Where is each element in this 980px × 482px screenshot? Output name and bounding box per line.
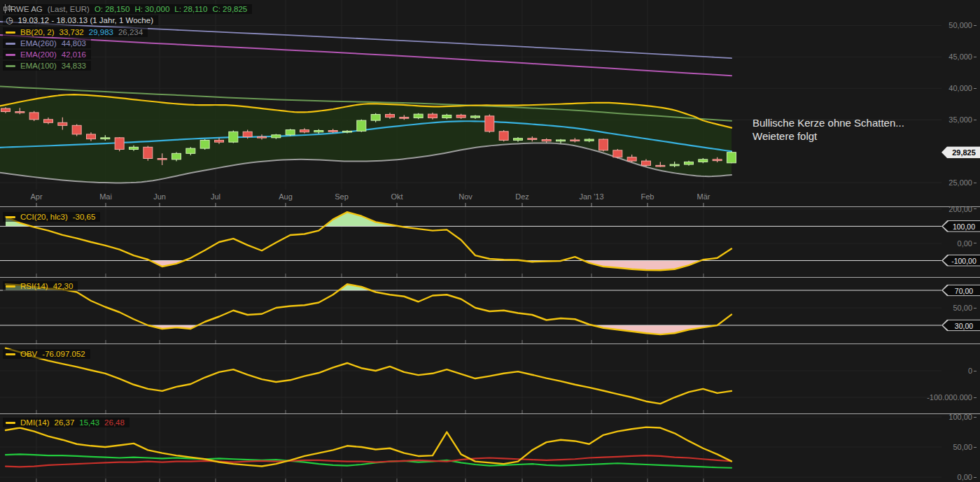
- chart-annotation[interactable]: Bullische Kerze ohne Schatten... Weieter…: [752, 116, 904, 143]
- candle-body-down: [43, 120, 52, 122]
- ema200-legend[interactable]: EMA(200) 42,016: [3, 50, 91, 59]
- month-label: Mär: [697, 192, 710, 201]
- cci-name: CCI(20, hlc3): [20, 213, 68, 221]
- candle-body-down: [528, 139, 537, 140]
- month-label: Nov: [458, 192, 472, 201]
- candle-body-down: [257, 136, 266, 138]
- threshold-badge: 100,00: [941, 220, 980, 232]
- cci-legend[interactable]: CCI(20, hlc3) -30,65: [3, 212, 100, 222]
- candle-body-up: [371, 115, 380, 121]
- candle-body-up: [229, 132, 238, 142]
- candle-body-up: [272, 135, 281, 138]
- month-label: Apr: [30, 192, 42, 201]
- candle-body-up: [186, 148, 195, 153]
- candle-body-down: [613, 150, 622, 157]
- candle-body-down: [243, 132, 252, 136]
- bb-name: BB(20, 2): [20, 28, 55, 36]
- candle-body-down: [158, 159, 167, 160]
- candle-body-down: [627, 157, 636, 161]
- cci-value: -30,65: [73, 213, 96, 221]
- ohlc-close: C: 29,825: [212, 5, 247, 13]
- bb-color-dash: [6, 31, 15, 34]
- bb-legend[interactable]: BB(20, 2) 33,732 29,983 26,234: [3, 27, 148, 37]
- candle-body-up: [314, 131, 323, 132]
- candle-body-down: [598, 139, 608, 150]
- month-label: Mai: [99, 192, 112, 201]
- clock-icon: ◷: [6, 16, 13, 24]
- time-axis[interactable]: AprMaiJunJulAugSepOktNovDezJan '13FebMär: [0, 192, 980, 205]
- obv-line: [6, 348, 732, 404]
- dmi-color-dash: [6, 422, 15, 424]
- dmi-adx-value: 26,37: [55, 418, 75, 427]
- date-range-label: 19.03.12 - 18.03.13 (1 Jahr, 1 Woche): [18, 16, 153, 24]
- ema260-name: EMA(260): [20, 39, 57, 48]
- candle-body-down: [72, 125, 81, 134]
- candle-body-down: [115, 138, 124, 150]
- date-range-legend[interactable]: ◷ 19.03.12 - 18.03.13 (1 Jahr, 1 Woche): [3, 15, 158, 25]
- obv-name: OBV: [20, 350, 37, 358]
- candle-body-down: [144, 147, 153, 158]
- month-label: Jul: [211, 192, 220, 201]
- ema260-legend[interactable]: EMA(260) 44,803: [3, 38, 91, 48]
- y-axis-label: 100,00: [948, 413, 976, 421]
- month-label: Jun: [153, 192, 166, 201]
- y-axis-label: 50,000: [948, 21, 976, 29]
- symbol-legend[interactable]: RWE AG (Last, EUR) O: 28,150 H: 30,000 L…: [3, 4, 252, 14]
- candle-body-up: [101, 138, 110, 139]
- ohlc-open: O: 28,150: [94, 5, 130, 13]
- candle-body-up: [414, 114, 423, 118]
- rsi-name: RSI(14): [20, 282, 48, 290]
- y-axis-label: 50,00: [953, 443, 976, 451]
- annotation-line-1: Bullische Kerze ohne Schatten...: [752, 116, 904, 129]
- ema200-name: EMA(200): [20, 50, 57, 59]
- ema100-legend[interactable]: EMA(100) 34,833: [3, 61, 91, 71]
- rsi-legend[interactable]: RSI(14) 42,30: [3, 281, 78, 291]
- candle-body-down: [570, 140, 580, 141]
- y-axis-label: 50,00: [953, 304, 976, 312]
- candle-body-up: [357, 120, 366, 131]
- candle-body-up: [172, 153, 181, 160]
- month-label: Feb: [641, 192, 654, 201]
- dmi-name: DMI(14): [20, 418, 50, 427]
- rsi-below-fill: [593, 325, 718, 334]
- candle-body-down: [1, 108, 10, 111]
- annotation-line-2: Weietere folgt: [752, 129, 904, 143]
- candle-body-down: [328, 131, 337, 132]
- candle-body-up: [584, 139, 594, 141]
- y-axis-label: 0,00: [958, 473, 976, 481]
- dmi-minus-di-value: 26,48: [104, 418, 125, 427]
- obv-color-dash: [6, 353, 15, 355]
- obv-legend[interactable]: OBV -76.097.052: [3, 349, 90, 359]
- y-axis-label: 40,000: [948, 84, 976, 92]
- candle-body-down: [713, 160, 722, 161]
- obv-value: -76.097.052: [42, 350, 85, 358]
- candle-body-down: [300, 130, 309, 132]
- series-type-label: (Last, EUR): [48, 5, 90, 13]
- candle-body-up: [556, 140, 565, 141]
- chart-canvas[interactable]: [0, 0, 980, 482]
- ema100-color-dash: [6, 65, 15, 67]
- ohlc-low: L: 28,110: [174, 5, 207, 13]
- candle-body-up: [470, 116, 479, 118]
- threshold-badge: -100,00: [941, 255, 980, 267]
- candle-body-up: [727, 153, 736, 163]
- candle-body-down: [656, 165, 665, 166]
- ema260-color-dash: [6, 43, 15, 45]
- candle-body-down: [86, 134, 95, 139]
- y-axis-label: -100.000.000: [927, 393, 976, 402]
- ema260-value: 44,803: [62, 39, 86, 48]
- dmi-plus-di-value: 15,43: [79, 418, 99, 427]
- y-axis-label: 35,000: [948, 115, 976, 124]
- bb-lower-value: 26,234: [118, 28, 143, 36]
- ema200-line: [0, 35, 732, 76]
- candle-body-up: [200, 140, 209, 148]
- dmi-legend[interactable]: DMI(14) 26,37 15,43 26,48: [3, 418, 130, 427]
- candle-body-down: [456, 115, 465, 118]
- candle-body-down: [29, 113, 38, 120]
- candle-body-down: [58, 122, 67, 125]
- ema100-value: 34,833: [62, 62, 86, 70]
- y-axis-label: 0,00: [958, 239, 976, 248]
- candle-body-down: [385, 115, 394, 118]
- bb-mid-value: 29,983: [89, 28, 113, 36]
- candle-body-down: [428, 114, 437, 118]
